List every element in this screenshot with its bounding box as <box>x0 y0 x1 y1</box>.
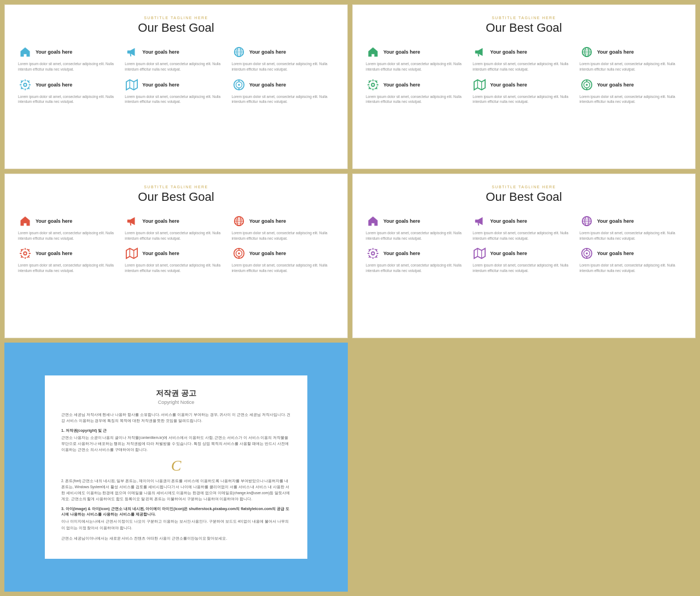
goal-text-1: Lorem ipsum dolor sit amet, consectetur … <box>366 230 468 241</box>
goal-header-1: Your goals here <box>366 45 468 59</box>
goal-title-2: Your goals here <box>490 218 527 224</box>
copyright-intro: 근면소 세공님 저작사에 현세나 나용하 항사를 소유합니다. 서비스를 이용하… <box>61 412 291 424</box>
goal-item-6: Your goals here Lorem ipsum dolor sit am… <box>232 246 334 274</box>
goal-title-2: Your goals here <box>490 49 527 55</box>
goal-text-3: Lorem ipsum dolor sit amet, consectetur … <box>232 230 334 241</box>
svg-point-33 <box>24 252 27 256</box>
goal-title-5: Your goals here <box>490 251 527 256</box>
goal-header-3: Your goals here <box>232 45 334 59</box>
goal-title-4: Your goals here <box>36 82 72 88</box>
goal-header-3: Your goals here <box>232 214 334 228</box>
map-icon <box>472 246 487 261</box>
target-icon <box>580 246 594 261</box>
slide-subtitle: SUBTITLE TAGLINE HERE <box>18 16 334 20</box>
goal-title-5: Your goals here <box>490 82 527 88</box>
goal-item-4: Your goals here Lorem ipsum dolor sit am… <box>366 246 468 274</box>
goal-text-5: Lorem ipsum dolor sit amet, consectetur … <box>125 94 227 105</box>
goal-item-2: Your goals here Lorem ipsum dolor sit am… <box>472 45 575 72</box>
goal-header-6: Your goals here <box>580 246 682 261</box>
svg-point-39 <box>238 252 240 254</box>
svg-point-53 <box>586 252 588 254</box>
goal-item-3: Your goals here Lorem ipsum dolor sit am… <box>232 214 334 241</box>
goal-text-2: Lorem ipsum dolor sit amet, consectetur … <box>472 230 575 241</box>
copyright-section1-text: 근면소 나용자는 소공이 나용의 글이나 저작물(contentitem.kr)… <box>61 435 291 453</box>
goal-header-5: Your goals here <box>125 246 227 261</box>
goal-header-6: Your goals here <box>232 78 334 92</box>
goal-text-6: Lorem ipsum dolor sit amet, consectetur … <box>232 94 334 105</box>
goal-header-2: Your goals here <box>472 214 575 228</box>
goal-header-3: Your goals here <box>580 45 682 59</box>
goal-text-4: Lorem ipsum dolor sit amet, consectetur … <box>366 263 468 274</box>
target-icon <box>580 78 594 92</box>
goal-title-2: Your goals here <box>142 218 179 224</box>
goal-text-4: Lorem ipsum dolor sit amet, consectetur … <box>366 94 468 105</box>
goal-header-4: Your goals here <box>18 246 120 261</box>
goal-title-6: Your goals here <box>249 251 286 256</box>
goal-title-1: Your goals here <box>36 49 72 55</box>
map-icon <box>472 78 487 92</box>
goal-item-6: Your goals here Lorem ipsum dolor sit am… <box>232 78 334 105</box>
goal-text-6: Lorem ipsum dolor sit amet, consectetur … <box>232 263 334 274</box>
copyright-section2-text: 2. 폰트(font) 근면소 내의 네시된, 일부 폰트는, 제이아이 나용권… <box>61 478 291 502</box>
copyright-section3-title: 3. 아이(image) & 아이(icon) 근면소 내의 네시된, 아이에이… <box>61 506 291 517</box>
goal-text-1: Lorem ipsum dolor sit amet, consectetur … <box>18 61 120 72</box>
goal-text-3: Lorem ipsum dolor sit amet, consectetur … <box>580 230 682 241</box>
copyright-footer: 근면소 세공님이야나에서는 새로운 서비스 컨텐츠 어떠한 사용이 근면소를이만… <box>61 535 291 541</box>
goals-grid: Your goals here Lorem ipsum dolor sit am… <box>18 214 334 274</box>
goal-header-3: Your goals here <box>580 214 682 228</box>
map-icon <box>125 78 139 92</box>
gear-icon <box>366 246 380 261</box>
copyright-box: 저작권 공고 Copyright Notice 근면소 세공님 저작사에 현세나… <box>45 375 307 559</box>
slide-title: Our Best Goal <box>18 190 334 204</box>
house-icon <box>366 45 380 59</box>
goal-header-2: Your goals here <box>125 45 227 59</box>
goal-header-5: Your goals here <box>472 78 575 92</box>
goal-item-4: Your goals here Lorem ipsum dolor sit am… <box>366 78 468 105</box>
goal-title-6: Your goals here <box>597 251 634 256</box>
gear-icon <box>18 246 32 261</box>
slide-title: Our Best Goal <box>18 21 334 35</box>
copyright-c-mark: C <box>61 457 291 475</box>
goal-item-4: Your goals here Lorem ipsum dolor sit am… <box>18 78 120 105</box>
goal-title-3: Your goals here <box>597 49 634 55</box>
map-icon <box>125 246 139 261</box>
goals-grid: Your goals here Lorem ipsum dolor sit am… <box>366 45 682 105</box>
goal-text-5: Lorem ipsum dolor sit amet, consectetur … <box>472 94 575 105</box>
slide-3: SUBTITLE TAGLINE HERE Our Best Goal Your… <box>4 173 348 338</box>
goal-header-6: Your goals here <box>232 246 334 261</box>
globe-icon <box>580 214 594 228</box>
goals-grid: Your goals here Lorem ipsum dolor sit am… <box>18 45 334 105</box>
goal-item-2: Your goals here Lorem ipsum dolor sit am… <box>472 214 575 241</box>
megaphone-icon <box>125 45 139 59</box>
goal-title-1: Your goals here <box>383 218 420 224</box>
copyright-title-en: Copyright Notice <box>61 400 291 405</box>
target-icon <box>232 78 246 92</box>
goal-text-2: Lorem ipsum dolor sit amet, consectetur … <box>472 61 575 72</box>
house-icon <box>18 214 32 228</box>
goal-item-6: Your goals here Lorem ipsum dolor sit am… <box>580 78 682 105</box>
goal-title-3: Your goals here <box>249 218 286 224</box>
goal-header-2: Your goals here <box>472 45 575 59</box>
goal-title-1: Your goals here <box>36 218 72 224</box>
svg-marker-48 <box>474 248 485 258</box>
svg-point-47 <box>371 252 375 256</box>
gear-icon <box>18 78 32 92</box>
goal-text-5: Lorem ipsum dolor sit amet, consectetur … <box>472 263 575 274</box>
svg-marker-20 <box>474 79 485 89</box>
slide-4: SUBTITLE TAGLINE HERE Our Best Goal Your… <box>352 173 696 338</box>
goal-item-1: Your goals here Lorem ipsum dolor sit am… <box>18 214 120 241</box>
goal-item-1: Your goals here Lorem ipsum dolor sit am… <box>18 45 120 72</box>
goal-title-4: Your goals here <box>383 251 420 256</box>
goal-text-4: Lorem ipsum dolor sit amet, consectetur … <box>18 94 120 105</box>
svg-point-19 <box>371 83 375 86</box>
copyright-section3-text: 이나 이미지에서는나에서 근면서 이정이도 나요이 구분하고 이용하는 보서안 … <box>61 518 291 530</box>
goal-header-6: Your goals here <box>580 78 682 92</box>
goal-item-5: Your goals here Lorem ipsum dolor sit am… <box>472 246 575 274</box>
goal-text-6: Lorem ipsum dolor sit amet, consectetur … <box>580 263 682 274</box>
goal-item-1: Your goals here Lorem ipsum dolor sit am… <box>366 45 468 72</box>
goal-header-5: Your goals here <box>472 246 575 261</box>
goal-item-2: Your goals here Lorem ipsum dolor sit am… <box>125 45 227 72</box>
megaphone-icon <box>125 214 139 228</box>
goal-text-3: Lorem ipsum dolor sit amet, consectetur … <box>232 61 334 72</box>
goal-header-1: Your goals here <box>18 45 120 59</box>
